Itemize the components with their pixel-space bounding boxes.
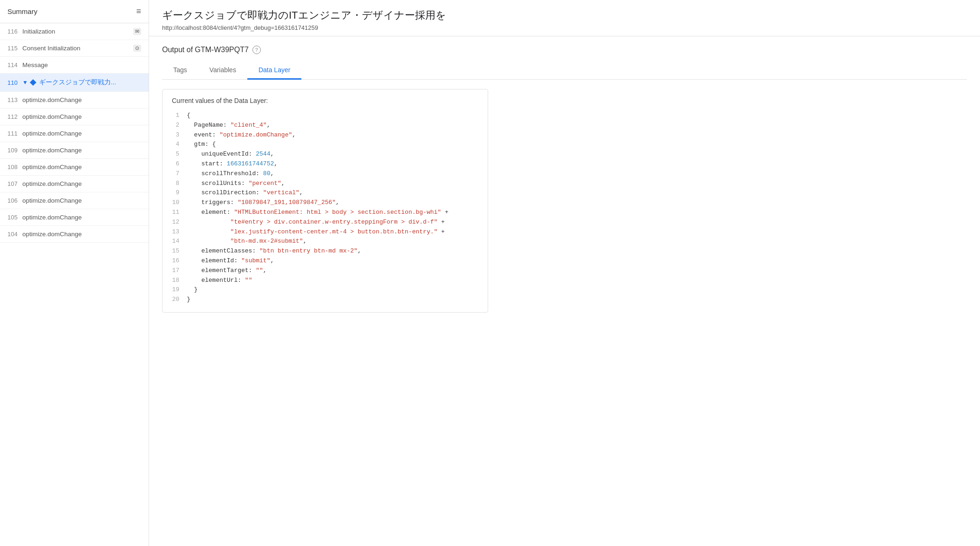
code-token-str: "vertical" — [263, 189, 299, 196]
content-area: Output of GTM-W39PQT7 ? TagsVariablesDat… — [149, 36, 980, 546]
line-content: { — [187, 111, 478, 121]
line-number: 20 — [172, 295, 187, 305]
code-line: 14 "btn-md.mx-2#submit", — [172, 237, 478, 246]
code-line: 13 "lex.justify-content-center.mt-4 > bu… — [172, 227, 478, 237]
sidebar-item-label: optimize.domChange — [22, 197, 141, 204]
sidebar-item-115[interactable]: 115Consent Initialization⊙ — [0, 40, 149, 57]
line-content: start: 1663161744752, — [187, 159, 478, 169]
code-token-str: "btn-md.mx-2#submit" — [187, 238, 303, 245]
code-line: 16 elementId: "submit", — [172, 256, 478, 266]
code-token-punc: , — [336, 199, 340, 206]
line-content: gtm: { — [187, 140, 478, 150]
code-token-key: scrollDirection: — [187, 189, 263, 196]
tab-tags[interactable]: Tags — [162, 61, 198, 80]
sidebar-item-109[interactable]: 109optimize.domChange — [0, 142, 149, 159]
sidebar-item-113[interactable]: 113optimize.domChange — [0, 92, 149, 109]
code-line: 7 scrollThreshold: 80, — [172, 169, 478, 179]
line-number: 12 — [172, 218, 187, 227]
sidebar: Summary ≡ 116Initialization✉115Consent I… — [0, 0, 149, 546]
line-number: 3 — [172, 130, 187, 140]
code-token-num: 2544 — [256, 150, 270, 157]
line-content: uniqueEventId: 2544, — [187, 150, 478, 159]
code-token-num: 80 — [263, 170, 271, 177]
line-number: 6 — [172, 159, 187, 169]
code-line: 1{ — [172, 111, 478, 121]
code-token-punc: + — [441, 209, 449, 216]
line-content: triggers: "10879847_191,10879847_256", — [187, 198, 478, 208]
line-content: scrollDirection: "vertical", — [187, 188, 478, 198]
code-token-punc: , — [281, 180, 285, 187]
page-url: http://localhost:8084/client/4?gtm_debug… — [162, 24, 967, 31]
line-number: 13 — [172, 227, 187, 237]
sidebar-item-num: 104 — [7, 231, 22, 238]
line-content: "btn-md.mx-2#submit", — [187, 237, 478, 246]
sidebar-item-label: Message — [22, 61, 141, 68]
sidebar-item-num: 111 — [7, 130, 22, 137]
code-token-key: elementClasses: — [187, 247, 259, 254]
line-number: 4 — [172, 140, 187, 150]
code-token-punc: + — [437, 228, 445, 235]
sidebar-item-label: optimize.domChange — [22, 214, 141, 221]
code-token-punc: , — [263, 267, 267, 274]
code-token-key: scrollThreshold: — [187, 170, 263, 177]
sidebar-item-104[interactable]: 104optimize.domChange — [0, 226, 149, 243]
line-content: elementTarget: "", — [187, 266, 478, 276]
line-content: "te#entry > div.container.w-entry.steppi… — [187, 218, 478, 227]
code-token-key: event: — [187, 131, 219, 138]
code-token-key: element: — [187, 209, 234, 216]
line-number: 8 — [172, 179, 187, 189]
help-icon[interactable]: ? — [252, 46, 261, 54]
output-header: Output of GTM-W39PQT7 ? — [162, 46, 967, 54]
code-line: 9 scrollDirection: "vertical", — [172, 188, 478, 198]
sidebar-item-label: optimize.domChange — [22, 130, 141, 137]
sidebar-item-num: 115 — [7, 45, 22, 52]
sidebar-item-114[interactable]: 114Message — [0, 57, 149, 74]
line-number: 15 — [172, 246, 187, 256]
code-token-punc: , — [358, 247, 361, 254]
line-content: element: "HTMLButtonElement: html > body… — [187, 208, 478, 218]
sidebar-item-107[interactable]: 107optimize.domChange — [0, 176, 149, 192]
sidebar-item-111[interactable]: 111optimize.domChange — [0, 125, 149, 142]
code-token-str: "lex.justify-content-center.mt-4 > butto… — [187, 228, 437, 235]
sidebar-item-num: 113 — [7, 96, 22, 103]
code-token-punc: , — [267, 122, 271, 129]
sidebar-item-num: 114 — [7, 61, 22, 68]
line-number: 17 — [172, 266, 187, 276]
sidebar-item-num: 109 — [7, 147, 22, 154]
output-title: Output of GTM-W39PQT7 — [162, 46, 249, 54]
data-layer-box: Current values of the Data Layer: 1{2 Pa… — [162, 89, 488, 313]
line-number: 10 — [172, 198, 187, 208]
sidebar-item-diamond-icon — [30, 79, 36, 86]
tab-variables[interactable]: Variables — [198, 61, 247, 80]
sidebar-item-num: 106 — [7, 197, 22, 204]
tab-data-layer[interactable]: Data Layer — [247, 61, 301, 80]
code-token-key: elementId: — [187, 257, 241, 264]
code-line: 8 scrollUnits: "percent", — [172, 179, 478, 189]
code-line: 15 elementClasses: "btn btn-entry btn-md… — [172, 246, 478, 256]
code-line: 12 "te#entry > div.container.w-entry.ste… — [172, 218, 478, 227]
code-token-str: "HTMLButtonElement: html > body > sectio… — [234, 209, 441, 216]
sidebar-menu-icon[interactable]: ≡ — [136, 7, 141, 16]
sidebar-item-110[interactable]: 110▼ギークスジョブで即戦力... — [0, 74, 149, 92]
sidebar-item-label: optimize.domChange — [22, 231, 141, 238]
code-line: 17 elementTarget: "", — [172, 266, 478, 276]
sidebar-title: Summary — [7, 7, 37, 15]
sidebar-item-106[interactable]: 106optimize.domChange — [0, 192, 149, 209]
sidebar-item-108[interactable]: 108optimize.domChange — [0, 159, 149, 176]
sidebar-item-105[interactable]: 105optimize.domChange — [0, 209, 149, 226]
sidebar-item-num: 108 — [7, 164, 22, 171]
code-line: 20} — [172, 295, 478, 305]
code-token-str: "btn btn-entry btn-md mx-2" — [259, 247, 358, 254]
line-number: 18 — [172, 276, 187, 286]
line-number: 16 — [172, 256, 187, 266]
code-line: 5 uniqueEventId: 2544, — [172, 150, 478, 159]
code-token-punc: + — [437, 218, 445, 225]
code-token-punc: } — [187, 286, 197, 293]
line-content: } — [187, 295, 478, 305]
code-line: 4 gtm: { — [172, 140, 478, 150]
sidebar-item-116[interactable]: 116Initialization✉ — [0, 23, 149, 40]
sidebar-item-112[interactable]: 112optimize.domChange — [0, 109, 149, 125]
code-token-punc: , — [270, 170, 274, 177]
line-number: 14 — [172, 237, 187, 246]
sidebar-items-list: 116Initialization✉115Consent Initializat… — [0, 23, 149, 243]
